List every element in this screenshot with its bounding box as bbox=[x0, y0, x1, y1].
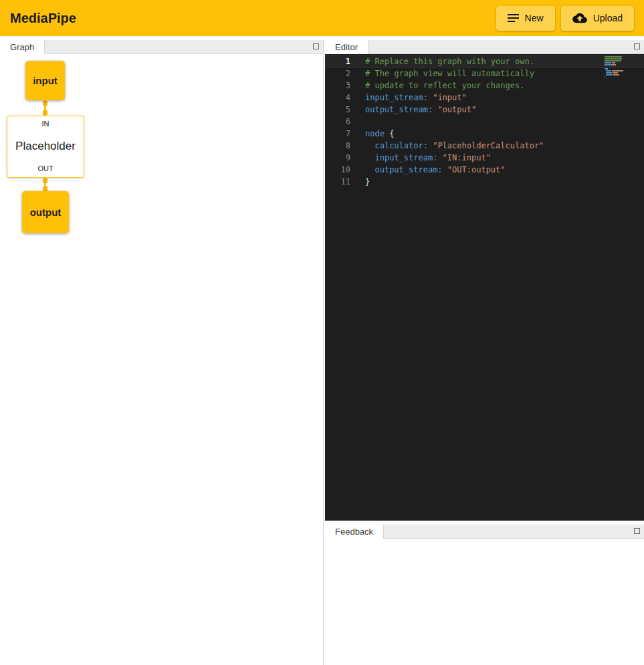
minimap-line bbox=[605, 60, 635, 61]
code-line[interactable]: 3# update to reflect your changes. bbox=[325, 80, 644, 92]
tab-editor[interactable]: Editor bbox=[325, 40, 368, 54]
code-line[interactable]: 6 bbox=[325, 116, 644, 128]
tab-graph-label: Graph bbox=[10, 42, 34, 52]
code-line[interactable]: 9 input_stream: "IN:input" bbox=[325, 152, 644, 164]
port-input-node-out bbox=[43, 101, 47, 106]
editor-panel: Editor 1# Replace this graph with your o… bbox=[325, 40, 644, 521]
graph-panel: Graph input IN Placeholder OUT output bbox=[0, 40, 324, 665]
line-number: 3 bbox=[325, 80, 350, 92]
line-number: 5 bbox=[325, 104, 350, 116]
graph-node-input[interactable]: input bbox=[25, 61, 65, 100]
line-number: 2 bbox=[325, 68, 350, 80]
code-line[interactable]: 8 calculator: "PlaceholderCalculator" bbox=[325, 140, 644, 152]
feedback-content bbox=[325, 539, 644, 665]
input-node-label: input bbox=[33, 75, 58, 86]
maximize-icon[interactable] bbox=[634, 43, 640, 49]
header-actions: New Upload bbox=[496, 6, 634, 31]
app-header: MediaPipe New Upload bbox=[0, 0, 644, 36]
graph-node-placeholder[interactable]: IN Placeholder OUT bbox=[7, 116, 84, 178]
code-editor[interactable]: 1# Replace this graph with your own.2# T… bbox=[325, 54, 644, 521]
maximize-icon[interactable] bbox=[634, 528, 640, 534]
editor-tab-strip: Editor bbox=[325, 40, 644, 54]
maximize-icon[interactable] bbox=[313, 43, 319, 49]
feedback-tab-strip: Feedback bbox=[325, 525, 644, 539]
feedback-panel: Feedback bbox=[325, 525, 644, 665]
graph-node-output[interactable]: output bbox=[22, 191, 69, 233]
line-number: 11 bbox=[325, 176, 350, 188]
new-button[interactable]: New bbox=[496, 6, 555, 31]
code-line[interactable]: 4input_stream: "input" bbox=[325, 92, 644, 104]
editor-minimap[interactable] bbox=[605, 56, 635, 78]
line-number: 6 bbox=[325, 116, 350, 128]
upload-button[interactable]: Upload bbox=[561, 6, 634, 31]
output-node-label: output bbox=[30, 207, 62, 218]
tab-feedback[interactable]: Feedback bbox=[325, 525, 384, 539]
tab-editor-label: Editor bbox=[335, 42, 358, 52]
upload-button-label: Upload bbox=[593, 13, 623, 23]
line-number: 1 bbox=[325, 55, 350, 68]
minimap-line bbox=[605, 56, 635, 57]
main-content: Graph input IN Placeholder OUT output bbox=[0, 36, 644, 665]
cloud-upload-icon bbox=[572, 12, 587, 24]
line-number: 7 bbox=[325, 128, 350, 140]
app-title: MediaPipe bbox=[10, 11, 76, 26]
minimap-line bbox=[605, 68, 635, 70]
minimap-line bbox=[605, 74, 635, 76]
tab-feedback-label: Feedback bbox=[335, 527, 373, 537]
port-output-node-in bbox=[43, 186, 47, 191]
port-placeholder-in bbox=[43, 110, 47, 115]
in-port-label: IN bbox=[42, 120, 49, 128]
right-column: Editor 1# Replace this graph with your o… bbox=[325, 40, 644, 665]
minimap-line bbox=[605, 72, 635, 74]
minimap-line bbox=[605, 70, 635, 72]
code-line[interactable]: 1# Replace this graph with your own. bbox=[325, 55, 644, 68]
new-button-label: New bbox=[525, 13, 544, 23]
tab-graph[interactable]: Graph bbox=[0, 40, 45, 54]
editor-code: 1# Replace this graph with your own.2# T… bbox=[325, 54, 644, 188]
code-line[interactable]: 11} bbox=[325, 176, 644, 188]
minimap-line bbox=[605, 58, 635, 59]
out-port-label: OUT bbox=[37, 164, 53, 172]
menu-icon bbox=[508, 13, 519, 23]
line-number: 10 bbox=[325, 164, 350, 176]
code-line[interactable]: 10 output_stream: "OUT:output" bbox=[325, 164, 644, 176]
minimap-line bbox=[605, 66, 635, 68]
placeholder-node-label: Placeholder bbox=[15, 140, 76, 153]
minimap-line bbox=[605, 76, 635, 78]
port-placeholder-out bbox=[43, 178, 47, 183]
minimap-line bbox=[605, 64, 635, 65]
code-line[interactable]: 2# The graph view will automatically bbox=[325, 68, 644, 80]
line-number: 4 bbox=[325, 92, 350, 104]
minimap-line bbox=[605, 62, 635, 63]
line-number: 9 bbox=[325, 152, 350, 164]
code-line[interactable]: 5output_stream: "output" bbox=[325, 104, 644, 116]
graph-canvas[interactable]: input IN Placeholder OUT output bbox=[0, 54, 323, 665]
code-line[interactable]: 7node { bbox=[325, 128, 644, 140]
graph-tab-strip: Graph bbox=[0, 40, 323, 54]
line-number: 8 bbox=[325, 140, 350, 152]
